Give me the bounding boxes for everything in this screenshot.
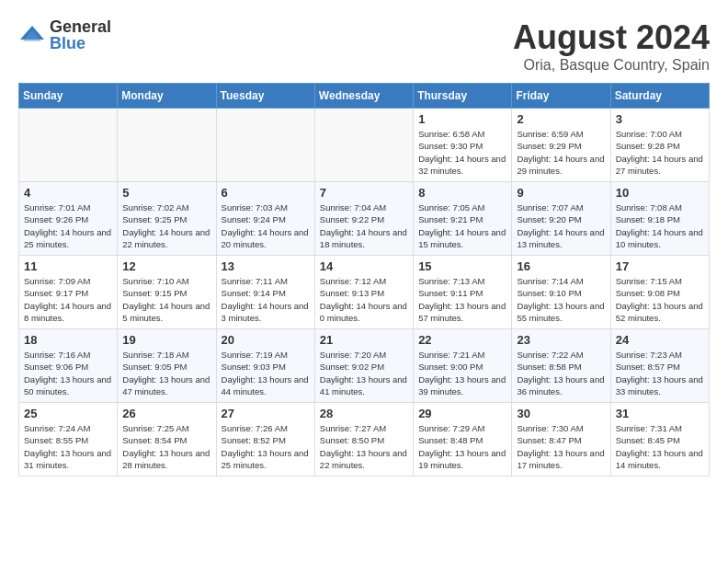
day-number: 2 xyxy=(517,112,605,126)
day-info-text: Sunrise: 7:15 AM Sunset: 9:08 PM Dayligh… xyxy=(616,275,704,324)
day-info-text: Sunrise: 7:31 AM Sunset: 8:45 PM Dayligh… xyxy=(616,422,704,471)
day-info-text: Sunrise: 7:10 AM Sunset: 9:15 PM Dayligh… xyxy=(122,275,210,324)
day-cell: 9Sunrise: 7:07 AM Sunset: 9:20 PM Daylig… xyxy=(512,182,610,256)
location-subtitle: Oria, Basque Country, Spain xyxy=(513,57,710,74)
day-number: 31 xyxy=(616,407,704,420)
day-info-text: Sunrise: 7:11 AM Sunset: 9:14 PM Dayligh… xyxy=(222,275,310,324)
day-number: 16 xyxy=(517,259,605,273)
day-cell: 17Sunrise: 7:15 AM Sunset: 9:08 PM Dayli… xyxy=(610,256,709,329)
day-number: 8 xyxy=(418,186,506,200)
day-number: 13 xyxy=(222,259,310,273)
day-info-text: Sunrise: 7:25 AM Sunset: 8:54 PM Dayligh… xyxy=(122,422,210,471)
day-info-text: Sunrise: 7:13 AM Sunset: 9:11 PM Dayligh… xyxy=(418,275,506,324)
day-cell: 7Sunrise: 7:04 AM Sunset: 9:22 PM Daylig… xyxy=(314,182,413,256)
day-number: 9 xyxy=(517,186,605,200)
day-cell xyxy=(314,109,413,182)
logo-general-text: General xyxy=(50,18,111,35)
day-info-text: Sunrise: 7:00 AM Sunset: 9:28 PM Dayligh… xyxy=(616,128,704,177)
day-info-text: Sunrise: 7:12 AM Sunset: 9:13 PM Dayligh… xyxy=(320,275,408,324)
day-cell: 1Sunrise: 6:58 AM Sunset: 9:30 PM Daylig… xyxy=(414,109,512,182)
day-cell: 4Sunrise: 7:01 AM Sunset: 9:26 PM Daylig… xyxy=(19,182,118,256)
day-cell: 21Sunrise: 7:20 AM Sunset: 9:02 PM Dayli… xyxy=(314,329,413,403)
day-number: 23 xyxy=(517,333,605,347)
day-cell: 10Sunrise: 7:08 AM Sunset: 9:18 PM Dayli… xyxy=(610,182,709,256)
day-number: 18 xyxy=(24,333,112,347)
day-info-text: Sunrise: 7:24 AM Sunset: 8:55 PM Dayligh… xyxy=(24,422,112,471)
col-sunday: Sunday xyxy=(19,84,118,109)
day-cell xyxy=(216,109,314,182)
day-cell: 25Sunrise: 7:24 AM Sunset: 8:55 PM Dayli… xyxy=(19,403,118,477)
day-number: 15 xyxy=(418,259,506,273)
day-cell: 19Sunrise: 7:18 AM Sunset: 9:05 PM Dayli… xyxy=(118,329,216,403)
day-cell: 3Sunrise: 7:00 AM Sunset: 9:28 PM Daylig… xyxy=(610,109,709,182)
month-year-title: August 2024 xyxy=(513,18,710,57)
day-cell: 12Sunrise: 7:10 AM Sunset: 9:15 PM Dayli… xyxy=(118,256,216,329)
week-row-4: 18Sunrise: 7:16 AM Sunset: 9:06 PM Dayli… xyxy=(19,329,710,403)
day-info-text: Sunrise: 6:59 AM Sunset: 9:29 PM Dayligh… xyxy=(517,128,605,177)
day-cell: 27Sunrise: 7:26 AM Sunset: 8:52 PM Dayli… xyxy=(216,403,314,477)
week-row-2: 4Sunrise: 7:01 AM Sunset: 9:26 PM Daylig… xyxy=(19,182,710,256)
day-cell: 29Sunrise: 7:29 AM Sunset: 8:48 PM Dayli… xyxy=(414,403,512,477)
day-info-text: Sunrise: 7:01 AM Sunset: 9:26 PM Dayligh… xyxy=(24,201,112,250)
logo: General Blue xyxy=(18,18,111,52)
day-cell: 18Sunrise: 7:16 AM Sunset: 9:06 PM Dayli… xyxy=(19,329,118,403)
day-number: 17 xyxy=(616,259,704,273)
day-cell: 16Sunrise: 7:14 AM Sunset: 9:10 PM Dayli… xyxy=(512,256,610,329)
day-info-text: Sunrise: 7:22 AM Sunset: 8:58 PM Dayligh… xyxy=(517,349,605,397)
day-cell: 20Sunrise: 7:19 AM Sunset: 9:03 PM Dayli… xyxy=(216,329,314,403)
day-cell xyxy=(19,109,118,182)
day-cell: 14Sunrise: 7:12 AM Sunset: 9:13 PM Dayli… xyxy=(314,256,413,329)
day-info-text: Sunrise: 7:29 AM Sunset: 8:48 PM Dayligh… xyxy=(418,422,506,471)
calendar-header-row: Sunday Monday Tuesday Wednesday Thursday… xyxy=(19,84,710,109)
col-tuesday: Tuesday xyxy=(216,84,314,109)
day-info-text: Sunrise: 7:05 AM Sunset: 9:21 PM Dayligh… xyxy=(418,201,506,250)
day-number: 7 xyxy=(320,186,408,200)
day-info-text: Sunrise: 7:14 AM Sunset: 9:10 PM Dayligh… xyxy=(517,275,605,324)
logo-icon xyxy=(18,21,46,49)
col-wednesday: Wednesday xyxy=(314,84,413,109)
day-info-text: Sunrise: 7:04 AM Sunset: 9:22 PM Dayligh… xyxy=(320,201,408,250)
day-cell: 26Sunrise: 7:25 AM Sunset: 8:54 PM Dayli… xyxy=(118,403,216,477)
day-info-text: Sunrise: 7:02 AM Sunset: 9:25 PM Dayligh… xyxy=(122,201,210,250)
day-number: 25 xyxy=(24,407,112,420)
week-row-3: 11Sunrise: 7:09 AM Sunset: 9:17 PM Dayli… xyxy=(19,256,710,329)
day-number: 3 xyxy=(616,112,704,126)
title-area: August 2024 Oria, Basque Country, Spain xyxy=(513,18,710,74)
day-cell: 6Sunrise: 7:03 AM Sunset: 9:24 PM Daylig… xyxy=(216,182,314,256)
day-info-text: Sunrise: 6:58 AM Sunset: 9:30 PM Dayligh… xyxy=(418,128,506,177)
calendar-table: Sunday Monday Tuesday Wednesday Thursday… xyxy=(18,83,710,477)
day-number: 24 xyxy=(616,333,704,347)
day-cell: 2Sunrise: 6:59 AM Sunset: 9:29 PM Daylig… xyxy=(512,109,610,182)
logo-blue-text: Blue xyxy=(50,35,111,52)
day-number: 14 xyxy=(320,259,408,273)
day-info-text: Sunrise: 7:18 AM Sunset: 9:05 PM Dayligh… xyxy=(122,349,210,397)
day-number: 21 xyxy=(320,333,408,347)
day-info-text: Sunrise: 7:21 AM Sunset: 9:00 PM Dayligh… xyxy=(418,349,506,397)
day-number: 27 xyxy=(222,407,310,420)
day-info-text: Sunrise: 7:27 AM Sunset: 8:50 PM Dayligh… xyxy=(320,422,408,471)
day-cell: 11Sunrise: 7:09 AM Sunset: 9:17 PM Dayli… xyxy=(19,256,118,329)
day-cell: 5Sunrise: 7:02 AM Sunset: 9:25 PM Daylig… xyxy=(118,182,216,256)
week-row-1: 1Sunrise: 6:58 AM Sunset: 9:30 PM Daylig… xyxy=(19,109,710,182)
day-number: 19 xyxy=(122,333,210,347)
logo-text: General Blue xyxy=(50,18,111,52)
day-cell: 22Sunrise: 7:21 AM Sunset: 9:00 PM Dayli… xyxy=(414,329,512,403)
day-cell xyxy=(118,109,216,182)
col-thursday: Thursday xyxy=(414,84,512,109)
day-number: 5 xyxy=(122,186,210,200)
day-number: 6 xyxy=(222,186,310,200)
day-number: 10 xyxy=(616,186,704,200)
day-info-text: Sunrise: 7:08 AM Sunset: 9:18 PM Dayligh… xyxy=(616,201,704,250)
day-number: 22 xyxy=(418,333,506,347)
col-friday: Friday xyxy=(512,84,610,109)
day-number: 26 xyxy=(122,407,210,420)
day-info-text: Sunrise: 7:09 AM Sunset: 9:17 PM Dayligh… xyxy=(24,275,112,324)
day-number: 30 xyxy=(517,407,605,420)
day-info-text: Sunrise: 7:20 AM Sunset: 9:02 PM Dayligh… xyxy=(320,349,408,397)
week-row-5: 25Sunrise: 7:24 AM Sunset: 8:55 PM Dayli… xyxy=(19,403,710,477)
day-cell: 13Sunrise: 7:11 AM Sunset: 9:14 PM Dayli… xyxy=(216,256,314,329)
day-info-text: Sunrise: 7:30 AM Sunset: 8:47 PM Dayligh… xyxy=(517,422,605,471)
col-saturday: Saturday xyxy=(610,84,709,109)
day-info-text: Sunrise: 7:26 AM Sunset: 8:52 PM Dayligh… xyxy=(222,422,310,471)
day-info-text: Sunrise: 7:16 AM Sunset: 9:06 PM Dayligh… xyxy=(24,349,112,397)
